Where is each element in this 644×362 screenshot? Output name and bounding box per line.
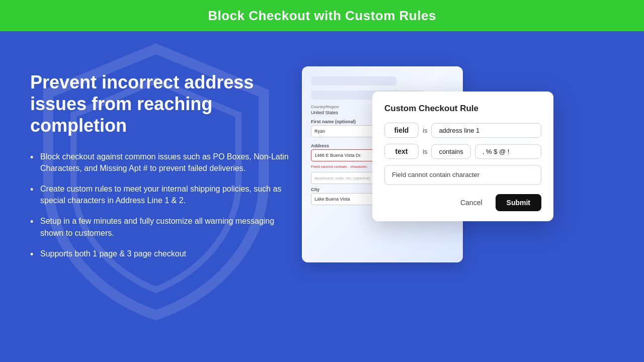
page-title: Block Checkout with Custom Rules	[208, 8, 436, 24]
row2-connector: is	[423, 148, 427, 155]
modal-title: Custom Checkout Rule	[384, 104, 541, 114]
bullet-item: Supports both 1 page & 3 page checkout	[30, 248, 292, 259]
right-panel: Country/Region United States First name …	[302, 66, 614, 262]
bullet-item: Create custom rules to meet your interna…	[30, 183, 292, 206]
feature-list: Block checkout against common issues suc…	[30, 151, 292, 259]
submit-button[interactable]: Submit	[496, 194, 541, 211]
custom-rule-modal: Custom Checkout Rule field is address li…	[372, 92, 553, 221]
bullet-item: Block checkout against common issues suc…	[30, 151, 292, 174]
left-panel: Prevent incorrect address issues from re…	[30, 61, 292, 268]
main-heading: Prevent incorrect address issues from re…	[30, 71, 292, 137]
rule-row-1: field is address line 1	[384, 123, 541, 138]
contains-value[interactable]: contains	[431, 144, 470, 159]
preview-row-1	[311, 76, 396, 85]
row1-connector: is	[423, 127, 427, 134]
chars-value[interactable]: , % $ @ !	[475, 144, 541, 159]
city-input[interactable]: Lake Buena Vista	[311, 193, 381, 205]
error-message-box[interactable]: Field cannot contain character	[384, 165, 541, 185]
first-name-input[interactable]: Ryan	[311, 125, 381, 137]
field-badge: field	[384, 123, 419, 138]
first-name-col: First name (optional) Ryan	[311, 119, 381, 140]
city-col: City Lake Buena Vista	[311, 187, 381, 208]
main-content: Prevent incorrect address issues from re…	[0, 31, 644, 362]
cancel-button[interactable]: Cancel	[452, 195, 491, 211]
first-name-label: First name (optional)	[311, 119, 381, 124]
modal-buttons: Cancel Submit	[384, 194, 541, 211]
address-line-value[interactable]: address line 1	[431, 123, 541, 138]
city-label: City	[311, 187, 381, 192]
rule-row-2: text is contains , % $ @ !	[384, 144, 541, 159]
text-badge: text	[384, 144, 419, 159]
bullet-item: Setup in a few minutes and fully customi…	[30, 215, 292, 238]
page-header: Block Checkout with Custom Rules	[0, 0, 644, 31]
